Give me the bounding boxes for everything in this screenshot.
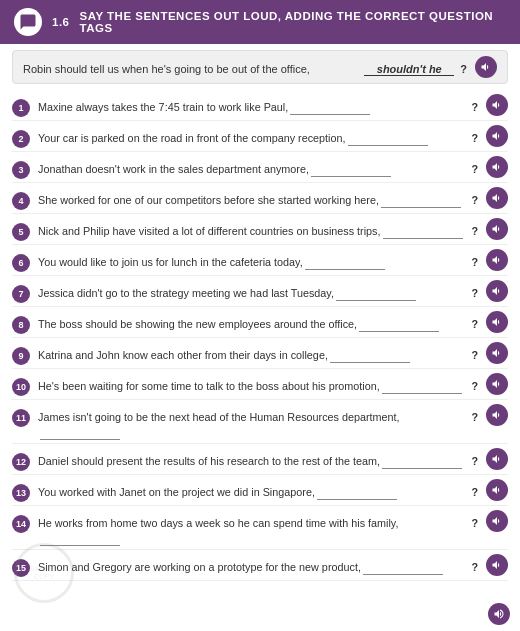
speaker-button-8[interactable] — [486, 311, 508, 333]
sentence-row-6: 6You would like to join us for lunch in … — [12, 245, 508, 276]
row-number-9: 9 — [12, 347, 30, 365]
sentence-text-4: She worked for one of our competitors be… — [38, 193, 467, 209]
answer-blank-8[interactable] — [359, 317, 439, 333]
sentence-row-5: 5Nick and Philip have visited a lot of d… — [12, 214, 508, 245]
header-title: 1.6 — [52, 16, 70, 28]
speaker-button-6[interactable] — [486, 249, 508, 271]
speaker-button-1[interactable] — [486, 94, 508, 116]
bottom-speaker-button[interactable] — [484, 603, 510, 625]
sentence-text-8: The boss should be showing the new emplo… — [38, 317, 467, 333]
row-number-8: 8 — [12, 316, 30, 334]
question-mark-14: ? — [471, 517, 478, 529]
answer-blank-5[interactable] — [383, 224, 463, 240]
sentence-text-9: Katrina and John know each other from th… — [38, 348, 467, 364]
speaker-button-2[interactable] — [486, 125, 508, 147]
sentence-text-10: He's been waiting for some time to talk … — [38, 379, 467, 395]
question-mark-15: ? — [471, 561, 478, 573]
row-number-11: 11 — [12, 409, 30, 427]
row-number-14: 14 — [12, 515, 30, 533]
sentence-row-1: 1Maxine always takes the 7:45 train to w… — [12, 90, 508, 121]
speaker-button-10[interactable] — [486, 373, 508, 395]
question-mark-3: ? — [471, 163, 478, 175]
sentence-text-3: Jonathan doesn't work in the sales depar… — [38, 162, 467, 178]
answer-blank-10[interactable] — [382, 379, 462, 395]
speaker-button-7[interactable] — [486, 280, 508, 302]
sentence-row-13: 13You worked with Janet on the project w… — [12, 475, 508, 506]
speech-bubble-icon — [14, 8, 42, 36]
answer-blank-9[interactable] — [330, 348, 410, 364]
sentence-text-2: Your car is parked on the road in front … — [38, 131, 467, 147]
answer-blank-1[interactable] — [290, 100, 370, 116]
content-area: Robin should tell us when he's going to … — [0, 44, 520, 601]
question-mark-6: ? — [471, 256, 478, 268]
example-speaker-button[interactable] — [475, 56, 497, 78]
speaker-button-3[interactable] — [486, 156, 508, 178]
sentence-text-11: James isn't going to be the next head of… — [38, 410, 467, 440]
sentence-row-14: 14He works from home two days a week so … — [12, 506, 508, 550]
sentence-row-2: 2Your car is parked on the road in front… — [12, 121, 508, 152]
answer-blank-3[interactable] — [311, 162, 391, 178]
sentence-text-12: Daniel should present the results of his… — [38, 454, 467, 470]
sentence-row-4: 4She worked for one of our competitors b… — [12, 183, 508, 214]
sentence-row-12: 12Daniel should present the results of h… — [12, 444, 508, 475]
question-mark-9: ? — [471, 349, 478, 361]
question-mark-13: ? — [471, 486, 478, 498]
row-number-6: 6 — [12, 254, 30, 272]
speaker-button-5[interactable] — [486, 218, 508, 240]
speaker-button-11[interactable] — [486, 404, 508, 426]
row-number-5: 5 — [12, 223, 30, 241]
example-row: Robin should tell us when he's going to … — [12, 50, 508, 84]
answer-blank-6[interactable] — [305, 255, 385, 271]
question-mark-12: ? — [471, 455, 478, 467]
question-mark-7: ? — [471, 287, 478, 299]
answer-blank-4[interactable] — [381, 193, 461, 209]
sentence-row-15: 15Simon and Gregory are working on a pro… — [12, 550, 508, 581]
row-number-12: 12 — [12, 453, 30, 471]
answer-blank-7[interactable] — [336, 286, 416, 302]
example-answer: shouldn't he — [364, 63, 454, 76]
row-number-1: 1 — [12, 99, 30, 117]
sentence-text-7: Jessica didn't go to the strategy meetin… — [38, 286, 467, 302]
row-number-2: 2 — [12, 130, 30, 148]
section-header: 1.6 SAY THE SENTENCES OUT LOUD, ADDING T… — [0, 0, 520, 44]
sentence-text-15: Simon and Gregory are working on a proto… — [38, 560, 467, 576]
header-description: SAY THE SENTENCES OUT LOUD, ADDING THE C… — [80, 10, 507, 34]
question-mark-11: ? — [471, 411, 478, 423]
question-mark-4: ? — [471, 194, 478, 206]
example-sentence: Robin should tell us when he's going to … — [23, 62, 360, 77]
answer-blank-11[interactable] — [40, 424, 120, 440]
answer-blank-12[interactable] — [382, 454, 462, 470]
sentence-text-6: You would like to join us for lunch in t… — [38, 255, 467, 271]
row-number-10: 10 — [12, 378, 30, 396]
row-number-3: 3 — [12, 161, 30, 179]
question-mark-1: ? — [471, 101, 478, 113]
sentence-row-7: 7Jessica didn't go to the strategy meeti… — [12, 276, 508, 307]
speaker-button-13[interactable] — [486, 479, 508, 501]
sentence-row-8: 8The boss should be showing the new empl… — [12, 307, 508, 338]
sentence-text-13: You worked with Janet on the project we … — [38, 485, 467, 501]
sentence-row-10: 10He's been waiting for some time to tal… — [12, 369, 508, 400]
question-mark-10: ? — [471, 380, 478, 392]
speaker-button-15[interactable] — [486, 554, 508, 576]
row-number-7: 7 — [12, 285, 30, 303]
answer-blank-13[interactable] — [317, 485, 397, 501]
question-mark-2: ? — [471, 132, 478, 144]
page-wrapper: 1.6 SAY THE SENTENCES OUT LOUD, ADDING T… — [0, 0, 520, 631]
sentence-row-11: 11James isn't going to be the next head … — [12, 400, 508, 444]
sentence-row-9: 9Katrina and John know each other from t… — [12, 338, 508, 369]
watermark: SAMPLECOPY — [14, 543, 74, 603]
sentence-row-3: 3Jonathan doesn't work in the sales depa… — [12, 152, 508, 183]
answer-blank-2[interactable] — [348, 131, 428, 147]
sentence-text-14: He works from home two days a week so he… — [38, 516, 467, 546]
speaker-button-12[interactable] — [486, 448, 508, 470]
speaker-button-14[interactable] — [486, 510, 508, 532]
speaker-button-9[interactable] — [486, 342, 508, 364]
speaker-button-4[interactable] — [486, 187, 508, 209]
sentence-text-1: Maxine always takes the 7:45 train to wo… — [38, 100, 467, 116]
question-mark-5: ? — [471, 225, 478, 237]
question-mark-8: ? — [471, 318, 478, 330]
sentences-list: 1Maxine always takes the 7:45 train to w… — [12, 90, 508, 581]
sentence-text-5: Nick and Philip have visited a lot of di… — [38, 224, 467, 240]
row-number-4: 4 — [12, 192, 30, 210]
answer-blank-15[interactable] — [363, 560, 443, 576]
